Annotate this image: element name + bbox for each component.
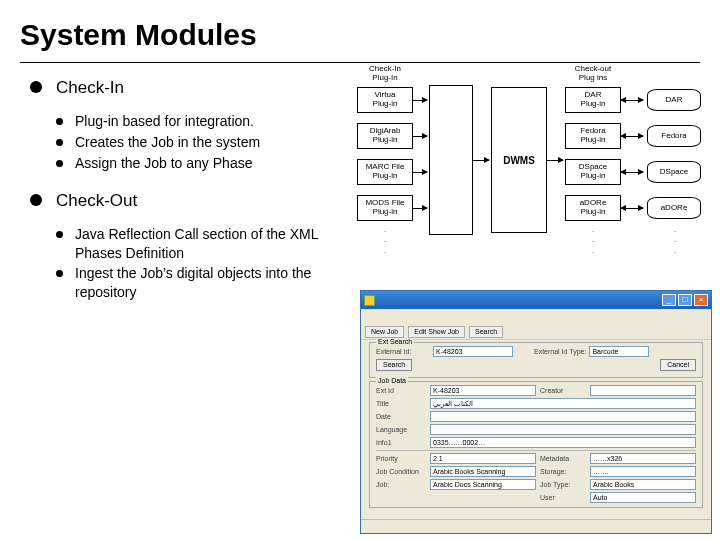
- toolbar-new-job[interactable]: New Job: [365, 326, 404, 338]
- ext-id-input[interactable]: K-48203: [433, 346, 513, 357]
- job-status-label: Job:: [376, 481, 426, 488]
- date-label: Date: [376, 413, 426, 420]
- empty-box: [429, 85, 473, 235]
- close-button[interactable]: ×: [694, 294, 708, 306]
- plugin-box: DigiArabPlug-in: [357, 123, 413, 149]
- job-data-fieldset: Job Data Ext Id K-48203 Creator Title ال…: [369, 381, 703, 508]
- arrow-icon: [621, 100, 643, 101]
- bullet-icon: [56, 139, 63, 146]
- bullet-icon: [30, 194, 42, 206]
- job-status-select[interactable]: Arabic Docs Scanning: [430, 479, 536, 490]
- fieldset-legend: Ext Search: [376, 338, 414, 345]
- plugin-box: FedoraPlug-in: [565, 123, 621, 149]
- plugin-box: MODS FilePlug-in: [357, 195, 413, 221]
- minimize-button[interactable]: _: [662, 294, 676, 306]
- repo-cylinder: aDORe: [647, 197, 701, 219]
- cancel-button[interactable]: Cancel: [660, 359, 696, 371]
- maximize-button[interactable]: □: [678, 294, 692, 306]
- user-label: User: [540, 494, 586, 501]
- checkin-col-label: Check-InPlug-In: [357, 65, 413, 83]
- ext-id-label: Ext Id: [376, 387, 426, 394]
- title-label: Title: [376, 400, 426, 407]
- date-field[interactable]: [430, 411, 696, 422]
- job-type-label: Job Type:: [540, 481, 586, 488]
- bullet-icon: [56, 270, 63, 277]
- list-item: Assign the Job to any Phase: [75, 154, 252, 173]
- list-item: Ingest the Job’s digital objects into th…: [75, 264, 340, 302]
- arrow-icon: [547, 160, 563, 161]
- ext-id-type-label: External Id Type:: [534, 348, 586, 355]
- info1-label: Info1: [376, 439, 426, 446]
- dwms-box: DWMS: [491, 87, 547, 233]
- repo-cylinder: Fedora: [647, 125, 701, 147]
- architecture-diagram: Check-InPlug-In Check-outPlug ins Virtua…: [351, 65, 713, 285]
- title-rule: [20, 62, 700, 63]
- arrow-icon: [413, 136, 427, 137]
- arrow-icon: [621, 208, 643, 209]
- storage-field[interactable]: … …: [590, 466, 696, 477]
- ellipsis-icon: ...: [588, 225, 598, 256]
- statusbar: [361, 519, 711, 533]
- menubar: [361, 309, 711, 324]
- bullet-icon: [30, 81, 42, 93]
- metadata-field[interactable]: ……x326: [590, 453, 696, 464]
- slide-title: System Modules: [20, 18, 257, 52]
- arrow-icon: [413, 100, 427, 101]
- user-field[interactable]: Auto: [590, 492, 696, 503]
- search-button[interactable]: Search: [376, 359, 412, 371]
- bullet-icon: [56, 160, 63, 167]
- dwms-app-window: _ □ × New Job Edit Show Job Search Ext S…: [360, 290, 712, 534]
- ext-id-type-select[interactable]: Barcode: [589, 346, 649, 357]
- creator-field[interactable]: [590, 385, 696, 396]
- bullet-icon: [56, 231, 63, 238]
- bullet-content: Check-In Plug-in based for integration. …: [30, 78, 340, 304]
- toolbar-search[interactable]: Search: [469, 326, 503, 338]
- checkin-heading: Check-In: [56, 78, 124, 98]
- ext-id-field[interactable]: K-48203: [430, 385, 536, 396]
- language-field[interactable]: [430, 424, 696, 435]
- lang-label: Language: [376, 426, 426, 433]
- info1-field[interactable]: 0335……0002…: [430, 437, 696, 448]
- title-field[interactable]: الكتاب العربي: [430, 398, 696, 409]
- plugin-box: MARC FilePlug-in: [357, 159, 413, 185]
- bullet-icon: [56, 118, 63, 125]
- metadata-label: Metadata: [540, 455, 586, 462]
- plugin-box: DARPlug-in: [565, 87, 621, 113]
- repo-cylinder: DSpace: [647, 161, 701, 183]
- plugin-box: aDORePlug-in: [565, 195, 621, 221]
- plugin-box: VirtuaPlug-in: [357, 87, 413, 113]
- creator-label: Creator: [540, 387, 586, 394]
- titlebar: _ □ ×: [361, 291, 711, 309]
- ext-search-fieldset: Ext Search External Id: K-48203 External…: [369, 342, 703, 378]
- job-cond-label: Job Condition: [376, 468, 426, 475]
- list-item: Creates the Job in the system: [75, 133, 260, 152]
- arrow-icon: [473, 160, 489, 161]
- plugin-box: DSpacePlug-in: [565, 159, 621, 185]
- arrow-icon: [413, 172, 427, 173]
- job-type-field[interactable]: Arabic Books: [590, 479, 696, 490]
- checkout-col-label: Check-outPlug ins: [565, 65, 621, 83]
- priority-label: Priority: [376, 455, 426, 462]
- fieldset-legend: Job Data: [376, 377, 408, 384]
- job-cond-field[interactable]: Arabic Books Scanning: [430, 466, 536, 477]
- priority-field[interactable]: 2.1: [430, 453, 536, 464]
- storage-label: Storage:: [540, 468, 586, 475]
- app-icon: [364, 295, 375, 306]
- ellipsis-icon: ...: [380, 225, 390, 256]
- repo-cylinder: DAR: [647, 89, 701, 111]
- arrow-icon: [621, 136, 643, 137]
- arrow-icon: [413, 208, 427, 209]
- list-item: Plug-in based for integration.: [75, 112, 254, 131]
- toolbar-edit-show-job[interactable]: Edit Show Job: [408, 326, 465, 338]
- checkout-heading: Check-Out: [56, 191, 137, 211]
- arrow-icon: [621, 172, 643, 173]
- ellipsis-icon: ...: [670, 225, 680, 256]
- ext-id-label: External Id:: [376, 348, 430, 355]
- list-item: Java Reflection Call section of the XML …: [75, 225, 340, 263]
